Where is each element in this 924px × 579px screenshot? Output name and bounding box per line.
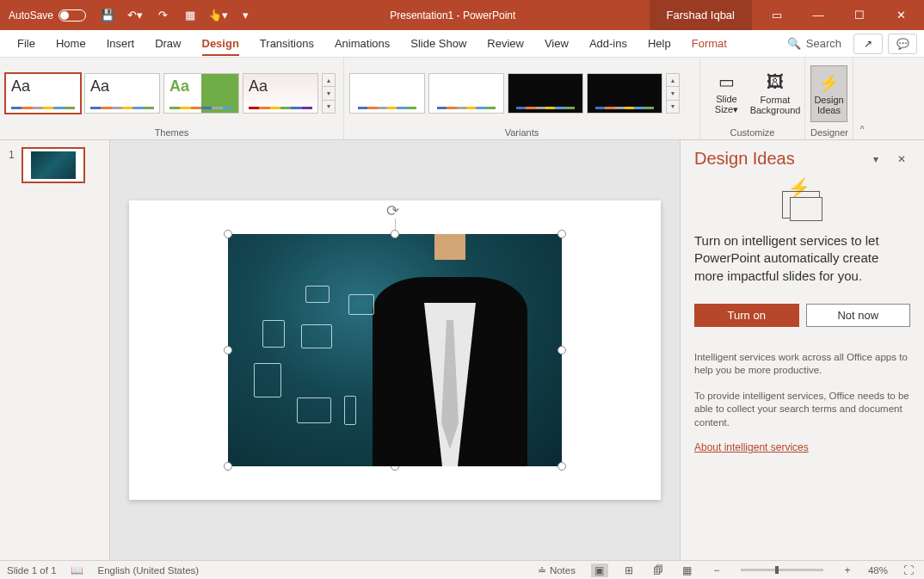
tab-home[interactable]: Home — [46, 30, 96, 58]
selected-image[interactable]: ⟳ — [228, 234, 562, 466]
themes-group-label: Themes — [5, 126, 338, 139]
customize-qat-icon[interactable]: ▾ — [234, 4, 256, 27]
resize-handle[interactable] — [557, 462, 566, 471]
pane-title: Design Ideas — [694, 149, 859, 169]
user-badge[interactable]: Farshad Iqbal — [650, 0, 753, 30]
spellcheck-icon[interactable]: 📖 — [69, 564, 86, 577]
language[interactable]: English (United States) — [98, 565, 200, 576]
toggle-off-icon — [59, 9, 86, 22]
tab-review[interactable]: Review — [477, 30, 534, 58]
zoom-out-icon[interactable]: − — [708, 564, 725, 577]
theme-office[interactable]: Aa — [5, 73, 81, 114]
search-box[interactable]: 🔍 Search — [780, 37, 848, 50]
slide-size-icon: ▭ — [718, 71, 735, 92]
window-title: Presentation1 - PowerPoint — [256, 9, 649, 22]
tab-animations[interactable]: Animations — [324, 30, 400, 58]
ribbon-tabs: File Home Insert Draw Design Transitions… — [0, 30, 924, 58]
workspace: 1 ⟳ — [0, 140, 924, 560]
resize-handle[interactable] — [224, 346, 232, 354]
tab-help[interactable]: Help — [638, 30, 681, 58]
ribbon: Aa Aa Aa Aa ▴▾▾ Themes — [0, 58, 924, 140]
tab-addins[interactable]: Add-ins — [579, 30, 638, 58]
resize-handle[interactable] — [224, 230, 232, 238]
rotate-handle-icon[interactable]: ⟳ — [386, 201, 403, 219]
reading-view-icon[interactable]: 🗐 — [650, 564, 667, 577]
tab-file[interactable]: File — [7, 30, 46, 58]
zoom-level[interactable]: 48% — [868, 565, 888, 576]
search-icon: 🔍 — [787, 37, 801, 50]
variant-3[interactable] — [508, 73, 583, 114]
slide-thumbnails-panel: 1 — [0, 140, 110, 560]
normal-view-icon[interactable]: ▣ — [591, 564, 608, 577]
about-link[interactable]: About intelligent services — [694, 441, 910, 453]
designer-large-icon: ⚡ — [782, 184, 823, 219]
pane-options-icon[interactable]: ▾ — [867, 151, 884, 168]
customize-group-label: Customize — [705, 126, 799, 139]
slideshow-view-icon[interactable]: ▦ — [679, 564, 696, 577]
variants-group-label: Variants — [349, 126, 694, 139]
pane-note-1: Intelligent services work across all Off… — [694, 351, 910, 378]
turn-on-button[interactable]: Turn on — [694, 304, 799, 327]
slide-size-button[interactable]: ▭ Slide Size▾ — [705, 65, 748, 122]
variant-1[interactable] — [349, 73, 425, 114]
touch-mode-icon[interactable]: 👆▾ — [206, 4, 229, 27]
design-ideas-icon: ⚡ — [818, 72, 840, 93]
slide-count[interactable]: Slide 1 of 1 — [7, 565, 57, 576]
variant-4[interactable] — [587, 73, 662, 114]
tab-view[interactable]: View — [534, 30, 579, 58]
resize-handle[interactable] — [557, 346, 566, 354]
start-from-beginning-icon[interactable]: ▦ — [179, 4, 201, 27]
zoom-slider[interactable] — [741, 569, 823, 571]
theme-4[interactable]: Aa — [243, 73, 318, 114]
pane-body-text: Turn on intelligent services to let Powe… — [694, 232, 910, 285]
status-bar: Slide 1 of 1 📖 English (United States) ≐… — [0, 560, 924, 579]
theme-2[interactable]: Aa — [84, 73, 160, 114]
slide-thumbnail-1[interactable]: 1 — [9, 147, 101, 183]
slide: ⟳ — [129, 200, 661, 500]
redo-icon[interactable]: ↷ — [151, 4, 174, 27]
collapse-ribbon-icon[interactable]: ^ — [853, 58, 871, 139]
save-icon[interactable]: 💾 — [96, 4, 119, 27]
tab-transitions[interactable]: Transitions — [249, 30, 324, 58]
slide-sorter-icon[interactable]: ⊞ — [620, 564, 638, 577]
tab-format[interactable]: Format — [681, 30, 737, 58]
design-ideas-button[interactable]: ⚡ Design Ideas — [810, 65, 847, 122]
variants-gallery-nav[interactable]: ▴▾▾ — [666, 73, 680, 114]
comments-icon[interactable]: 💬 — [888, 34, 917, 54]
variant-2[interactable] — [428, 73, 504, 114]
format-background-button[interactable]: 🖼 Format Background — [751, 65, 799, 122]
slide-canvas[interactable]: ⟳ — [110, 140, 680, 560]
maximize-icon[interactable]: ☐ — [840, 0, 879, 30]
close-icon[interactable]: ✕ — [881, 0, 921, 30]
designer-group-label: Designer — [810, 126, 847, 139]
title-bar: AutoSave 💾 ↶▾ ↷ ▦ 👆▾ ▾ Presentation1 - P… — [0, 0, 924, 30]
themes-gallery-nav[interactable]: ▴▾▾ — [322, 73, 336, 114]
fit-to-window-icon[interactable]: ⛶ — [900, 564, 917, 577]
zoom-in-icon[interactable]: + — [839, 564, 856, 577]
tab-design[interactable]: Design — [192, 30, 249, 58]
tab-draw[interactable]: Draw — [145, 30, 191, 58]
format-bg-icon: 🖼 — [767, 72, 784, 93]
undo-icon[interactable]: ↶▾ — [124, 4, 146, 27]
ribbon-display-icon[interactable]: ▭ — [757, 0, 797, 30]
resize-handle[interactable] — [557, 230, 566, 238]
resize-handle[interactable] — [224, 462, 232, 471]
tab-insert[interactable]: Insert — [96, 30, 145, 58]
pane-close-icon[interactable]: ✕ — [893, 151, 910, 168]
notes-button[interactable]: ≐ Notes — [534, 564, 579, 576]
minimize-icon[interactable]: — — [798, 0, 838, 30]
share-icon[interactable]: ↗ — [853, 34, 883, 54]
not-now-button[interactable]: Not now — [806, 304, 911, 327]
notes-icon: ≐ — [538, 564, 546, 576]
design-ideas-pane: Design Ideas ▾ ✕ ⚡ Turn on intelligent s… — [680, 140, 924, 560]
tab-slideshow[interactable]: Slide Show — [400, 30, 477, 58]
pane-note-2: To provide intelligent services, Office … — [694, 390, 910, 430]
theme-3[interactable]: Aa — [163, 73, 239, 114]
autosave-toggle[interactable]: AutoSave — [3, 9, 91, 22]
